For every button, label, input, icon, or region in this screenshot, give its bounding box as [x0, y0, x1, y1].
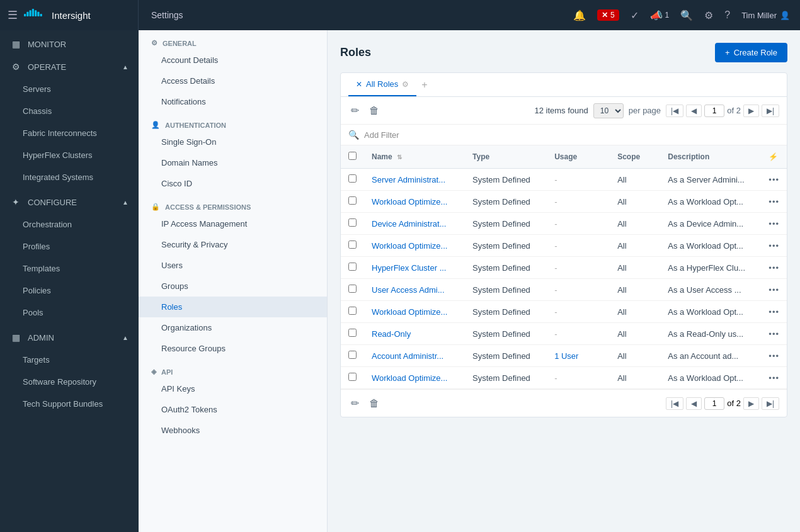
footer-page-input[interactable]	[704, 397, 724, 410]
sidebar-item-fabric-interconnects[interactable]: Fabric Interconnects	[0, 122, 139, 144]
row-actions-button-7[interactable]: •••	[769, 307, 779, 317]
sidebar-item-templates[interactable]: Templates	[0, 258, 139, 280]
nav-item-roles[interactable]: Roles	[139, 297, 327, 317]
sidebar-item-pools[interactable]: Pools	[0, 302, 139, 324]
sidebar-item-targets[interactable]: Targets	[0, 349, 139, 371]
nav-item-cisco-id[interactable]: Cisco ID	[139, 173, 327, 194]
row-actions-button-10[interactable]: •••	[769, 373, 779, 383]
footer-last-page-button[interactable]: ▶|	[762, 397, 779, 410]
row-checkbox-10[interactable]	[348, 373, 357, 381]
row-actions-button-2[interactable]: •••	[769, 197, 779, 207]
settings-icon[interactable]: ⚙	[704, 9, 713, 21]
sidebar-item-integrated-systems[interactable]: Integrated Systems	[0, 166, 139, 188]
select-all-checkbox[interactable]	[348, 152, 357, 160]
tasks-icon[interactable]: ✓	[631, 9, 639, 21]
sidebar-item-monitor[interactable]: ▦ MONITOR	[0, 33, 139, 55]
sidebar-item-chassis[interactable]: Chassis	[0, 100, 139, 122]
delete-toolbar-button[interactable]: 🗑	[367, 103, 382, 119]
tab-settings-icon[interactable]: ⚙	[402, 80, 409, 89]
tab-all-roles[interactable]: ✕ All Roles ⚙	[348, 73, 416, 96]
sidebar-item-hyperflex[interactable]: HyperFlex Clusters	[0, 144, 139, 166]
nav-item-ip-access[interactable]: IP Access Management	[139, 213, 327, 234]
role-usage-link-9[interactable]: 1 User	[554, 351, 578, 361]
role-name-link-10[interactable]: Workload Optimize...	[372, 373, 447, 383]
first-page-button[interactable]: |◀	[666, 105, 683, 117]
sidebar-item-admin[interactable]: ▦ ADMIN ▲	[0, 326, 139, 349]
nav-item-api-keys[interactable]: API Keys	[139, 378, 327, 399]
help-icon[interactable]: ?	[724, 9, 730, 21]
sidebar-item-orchestration[interactable]: Orchestration	[0, 213, 139, 235]
row-actions-button-9[interactable]: •••	[769, 351, 779, 361]
role-name-link-4[interactable]: Workload Optimize...	[372, 241, 447, 251]
nav-item-access-details[interactable]: Access Details	[139, 71, 327, 91]
sidebar-item-software-repo[interactable]: Software Repository	[0, 371, 139, 393]
columns-config-icon[interactable]: ⚡	[769, 152, 778, 161]
row-actions-button-1[interactable]: •••	[769, 175, 779, 184]
row-checkbox-7[interactable]	[348, 307, 357, 315]
prev-page-button[interactable]: ◀	[686, 105, 702, 117]
row-actions-button-6[interactable]: •••	[769, 285, 779, 295]
role-name-link-2[interactable]: Workload Optimize...	[372, 197, 447, 207]
notifications-icon[interactable]: 🔔	[573, 9, 586, 21]
nav-item-users[interactable]: Users	[139, 255, 327, 276]
edit-toolbar-button[interactable]: ✏	[348, 102, 362, 119]
create-role-button[interactable]: + Create Role	[715, 43, 787, 62]
role-name-link-3[interactable]: Device Administrat...	[372, 219, 447, 229]
footer-first-page-button[interactable]: |◀	[666, 397, 683, 410]
last-page-button[interactable]: ▶|	[762, 105, 779, 117]
next-page-button[interactable]: ▶	[743, 105, 759, 117]
col-header-name[interactable]: Name ⇅	[364, 145, 465, 169]
row-checkbox-5[interactable]	[348, 263, 357, 271]
row-checkbox-3[interactable]	[348, 218, 357, 227]
role-name-link-7[interactable]: Workload Optimize...	[372, 307, 447, 317]
nav-item-organizations[interactable]: Organizations	[139, 317, 327, 338]
sidebar-item-servers[interactable]: Servers	[0, 78, 139, 100]
role-name-link-5[interactable]: HyperFlex Cluster ...	[372, 263, 446, 273]
search-icon[interactable]: 🔍	[680, 9, 693, 21]
add-filter-label[interactable]: Add Filter	[364, 130, 399, 140]
errors-badge[interactable]: ✕ 5	[597, 9, 619, 21]
row-checkbox-9[interactable]	[348, 351, 357, 359]
col-header-usage[interactable]: Usage	[547, 145, 610, 169]
row-checkbox-2[interactable]	[348, 196, 357, 205]
nav-item-notifications[interactable]: Notifications	[139, 91, 327, 112]
row-actions-button-3[interactable]: •••	[769, 219, 779, 229]
nav-item-oauth2[interactable]: OAuth2 Tokens	[139, 399, 327, 420]
announcements-icon[interactable]: 📣 1	[650, 9, 670, 21]
menu-toggle-icon[interactable]: ☰	[8, 8, 18, 22]
col-header-scope[interactable]: Scope	[610, 145, 660, 169]
sidebar-item-profiles[interactable]: Profiles	[0, 235, 139, 258]
col-header-type[interactable]: Type	[465, 145, 547, 169]
role-name-link-9[interactable]: Account Administr...	[372, 351, 443, 361]
col-header-description[interactable]: Description	[660, 145, 761, 169]
row-checkbox-6[interactable]	[348, 285, 357, 293]
nav-item-resource-groups[interactable]: Resource Groups	[139, 338, 327, 359]
row-actions-button-4[interactable]: •••	[769, 241, 779, 251]
nav-item-account-details[interactable]: Account Details	[139, 50, 327, 71]
user-menu[interactable]: Tim Miller 👤	[741, 11, 790, 20]
nav-item-sso[interactable]: Single Sign-On	[139, 132, 327, 152]
delete-footer-button[interactable]: 🗑	[367, 395, 382, 412]
nav-item-domain-names[interactable]: Domain Names	[139, 152, 327, 173]
role-name-link-6[interactable]: User Access Admi...	[372, 285, 445, 295]
role-name-link-1[interactable]: Server Administrat...	[372, 175, 445, 184]
nav-item-webhooks[interactable]: Webhooks	[139, 420, 327, 441]
row-actions-button-5[interactable]: •••	[769, 263, 779, 273]
footer-next-page-button[interactable]: ▶	[743, 397, 759, 410]
sidebar-item-tech-support[interactable]: Tech Support Bundles	[0, 393, 139, 415]
nav-item-groups[interactable]: Groups	[139, 276, 327, 297]
row-actions-button-8[interactable]: •••	[769, 329, 779, 339]
row-checkbox-1[interactable]	[348, 174, 357, 183]
per-page-select[interactable]: 10 25 50	[593, 103, 624, 118]
sidebar-item-configure[interactable]: ✦ CONFIGURE ▲	[0, 191, 139, 213]
page-number-input[interactable]	[704, 105, 724, 117]
role-name-link-8[interactable]: Read-Only	[372, 329, 411, 339]
footer-prev-page-button[interactable]: ◀	[686, 397, 702, 410]
edit-footer-button[interactable]: ✏	[348, 395, 362, 412]
row-checkbox-8[interactable]	[348, 329, 357, 337]
sidebar-item-operate[interactable]: ⚙ OPERATE ▲	[0, 55, 139, 78]
row-checkbox-4[interactable]	[348, 241, 357, 249]
nav-item-security-privacy[interactable]: Security & Privacy	[139, 234, 327, 255]
sidebar-item-policies[interactable]: Policies	[0, 280, 139, 302]
add-tab-button[interactable]: +	[419, 77, 430, 93]
